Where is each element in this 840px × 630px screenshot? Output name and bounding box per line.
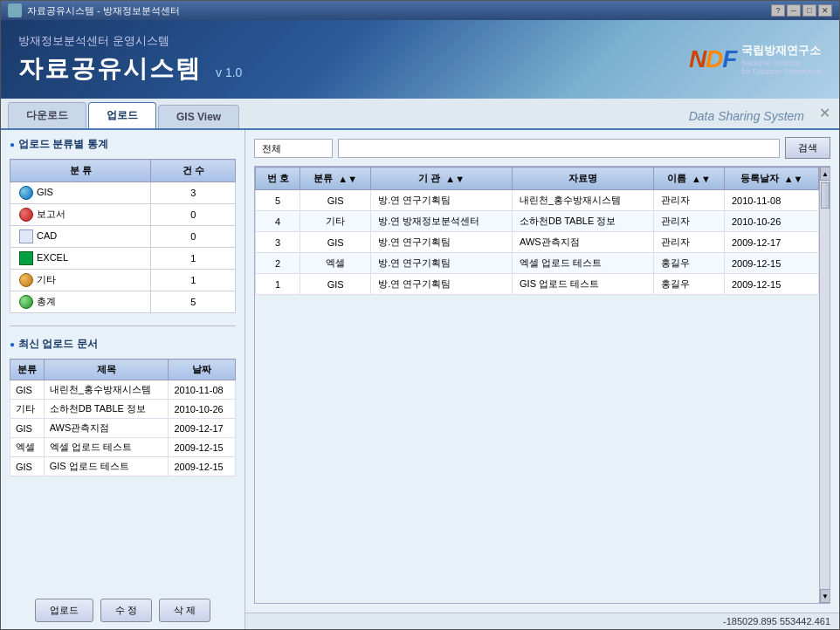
stats-row[interactable]: EXCEL 1 xyxy=(10,248,236,270)
tab-upload[interactable]: 업로드 xyxy=(88,102,156,128)
recent-row[interactable]: 기타 소하천DB TABLE 정보 2010-10-26 xyxy=(10,400,236,419)
cell-name: GIS 업로드 테스트 xyxy=(513,274,654,295)
cell-author: 관리자 xyxy=(653,232,724,253)
tab-bar: 다운로드 업로드 GIS View Data Sharing System ✕ xyxy=(1,99,839,130)
recent-col-title: 제목 xyxy=(44,360,169,380)
table-row[interactable]: 3 GIS 방.연 연구기획팀 AWS관측지점 관리자 2009-12-17 xyxy=(256,232,819,253)
stats-row[interactable]: 총계 5 xyxy=(10,291,236,313)
recent-col-type: 분류 xyxy=(10,360,45,380)
delete-button[interactable]: 삭 제 xyxy=(159,599,210,622)
cell-org: 방.연 연구기획팀 xyxy=(371,253,513,274)
cell-type: GIS xyxy=(300,190,371,211)
window-close-btn[interactable]: ✕ xyxy=(818,4,832,17)
sort-type-icon[interactable]: ▲▼ xyxy=(338,174,357,184)
search-input[interactable] xyxy=(338,139,780,158)
search-button[interactable]: 검색 xyxy=(785,137,830,159)
stats-cell-count: 1 xyxy=(151,248,236,270)
table-row[interactable]: 5 GIS 방.연 연구기획팀 내린천_홍수방재시스템 관리자 2010-11-… xyxy=(256,190,819,211)
tab-download[interactable]: 다운로드 xyxy=(8,102,86,128)
scroll-down-btn[interactable]: ▼ xyxy=(820,589,830,603)
window-maximize-btn[interactable]: □ xyxy=(802,4,816,17)
right-panel: 전체 GIS 보고서 CAD EXCEL 기타 검색 xyxy=(245,130,839,629)
cell-name: 내린천_홍수방재시스템 xyxy=(513,190,654,211)
recent-cell-date: 2009-12-17 xyxy=(169,419,236,438)
recent-section-title: 최신 업로드 문서 xyxy=(1,330,244,359)
sort-org-icon[interactable]: ▲▼ xyxy=(445,174,465,184)
cell-date: 2010-11-08 xyxy=(725,190,819,211)
data-table: 번 호 분류 ▲▼ 기 관 ▲▼ xyxy=(255,167,819,295)
header-title: 자료공유시스템 xyxy=(18,52,202,86)
tab-gisview[interactable]: GIS View xyxy=(158,105,239,128)
title-bar-left: 자료공유시스템 - 방재정보분석센터 xyxy=(8,3,180,17)
recent-row[interactable]: GIS AWS관측지점 2009-12-17 xyxy=(10,419,236,438)
cell-date: 2009-12-17 xyxy=(725,232,819,253)
recent-cell-cat: 기타 xyxy=(10,400,45,419)
cell-date: 2009-12-15 xyxy=(725,274,819,295)
scroll-up-btn[interactable]: ▲ xyxy=(820,167,830,181)
cell-type: 기타 xyxy=(300,211,371,232)
coordinates-display: -185029.895 553442.461 xyxy=(723,616,830,627)
table-row[interactable]: 2 엑셀 방.연 연구기획팀 엑셀 업로드 테스트 홍길우 2009-12-15 xyxy=(256,253,819,274)
recent-row[interactable]: GIS GIS 업로드 테스트 2009-12-15 xyxy=(10,457,236,476)
total-icon xyxy=(19,295,33,309)
window-minimize-btn[interactable]: ─ xyxy=(787,4,801,17)
recent-cell-title: GIS 업로드 테스트 xyxy=(44,457,169,476)
cell-author: 관리자 xyxy=(653,190,724,211)
upload-button[interactable]: 업로드 xyxy=(35,599,93,622)
tab-close-btn[interactable]: ✕ xyxy=(819,105,830,121)
cell-no: 5 xyxy=(256,190,300,211)
cell-type: GIS xyxy=(300,274,371,295)
cell-org: 방.연 연구기획팀 xyxy=(371,232,513,253)
recent-row[interactable]: 엑셀 엑셀 업로드 테스트 2009-12-15 xyxy=(10,438,236,457)
cad-icon xyxy=(19,229,33,243)
table-row[interactable]: 4 기타 방.연 방재정보분석센터 소하천DB TABLE 정보 관리자 201… xyxy=(256,211,819,232)
header-title-row: 자료공유시스템 v 1.0 xyxy=(18,52,242,86)
stats-cell-type: 총계 xyxy=(10,291,151,313)
recent-cell-title: 소하천DB TABLE 정보 xyxy=(44,400,169,419)
stats-col-type: 분 류 xyxy=(10,160,151,182)
cell-no: 4 xyxy=(256,211,300,232)
tab-bar-watermark: Data Sharing System xyxy=(689,109,804,123)
excel-icon xyxy=(19,251,33,265)
main-window: 자료공유시스템 - 방재정보분석센터 ? ─ □ ✕ 방재정보분석센터 운영시스… xyxy=(0,0,840,630)
app-icon xyxy=(8,3,22,17)
title-bar: 자료공유시스템 - 방재정보분석센터 ? ─ □ ✕ xyxy=(1,1,839,20)
recent-row[interactable]: GIS 내린천_홍수방재시스템 2010-11-08 xyxy=(10,380,236,400)
stats-row[interactable]: CAD 0 xyxy=(10,226,236,248)
stats-cell-count: 0 xyxy=(151,226,236,248)
category-select[interactable]: 전체 GIS 보고서 CAD EXCEL 기타 xyxy=(254,139,333,158)
window-help-btn[interactable]: ? xyxy=(771,4,785,17)
cell-name: 소하천DB TABLE 정보 xyxy=(513,211,654,232)
modify-button[interactable]: 수 정 xyxy=(100,599,152,622)
stats-cell-count: 1 xyxy=(151,270,236,291)
cell-type: 엑셀 xyxy=(300,253,371,274)
left-panel: 업로드 분류별 통계 분 류 건 수 GIS 3 보고서 0 CAD 0 EXC… xyxy=(1,130,245,629)
stats-cell-type: CAD xyxy=(10,226,151,248)
col-no: 번 호 xyxy=(256,168,300,190)
table-row[interactable]: 1 GIS 방.연 연구기획팀 GIS 업로드 테스트 홍길우 2009-12-… xyxy=(256,274,819,295)
header-logo: NDF 국립방재연구소 National Institute for Disas… xyxy=(689,43,822,76)
recent-cell-cat: GIS xyxy=(10,419,45,438)
header-version: v 1.0 xyxy=(216,65,242,79)
stats-cell-count: 0 xyxy=(151,204,236,226)
recent-cell-date: 2009-12-15 xyxy=(169,438,236,457)
stats-cell-type: 보고서 xyxy=(10,204,151,226)
table-scroll[interactable]: 번 호 분류 ▲▼ 기 관 ▲▼ xyxy=(255,167,819,603)
sort-author-icon[interactable]: ▲▼ xyxy=(692,174,711,184)
search-select-wrapper: 전체 GIS 보고서 CAD EXCEL 기타 xyxy=(254,139,333,158)
col-type: 분류 ▲▼ xyxy=(300,168,371,190)
stats-row[interactable]: 보고서 0 xyxy=(10,204,236,226)
recent-col-date: 날짜 xyxy=(169,360,236,380)
recent-cell-title: 엑셀 업로드 테스트 xyxy=(44,438,169,457)
stats-cell-type: EXCEL xyxy=(10,248,151,270)
stats-row[interactable]: 기타 1 xyxy=(10,270,236,291)
scroll-thumb[interactable] xyxy=(821,182,830,209)
stats-cell-count: 5 xyxy=(151,291,236,313)
col-name: 자료명 xyxy=(513,168,654,190)
cell-author: 홍길우 xyxy=(653,274,724,295)
sort-date-icon[interactable]: ▲▼ xyxy=(784,174,803,184)
logo-abbr: NDF xyxy=(689,45,737,73)
stats-section-title: 업로드 분류별 통계 xyxy=(1,130,244,159)
gis-icon xyxy=(19,186,33,200)
stats-row[interactable]: GIS 3 xyxy=(10,182,236,204)
